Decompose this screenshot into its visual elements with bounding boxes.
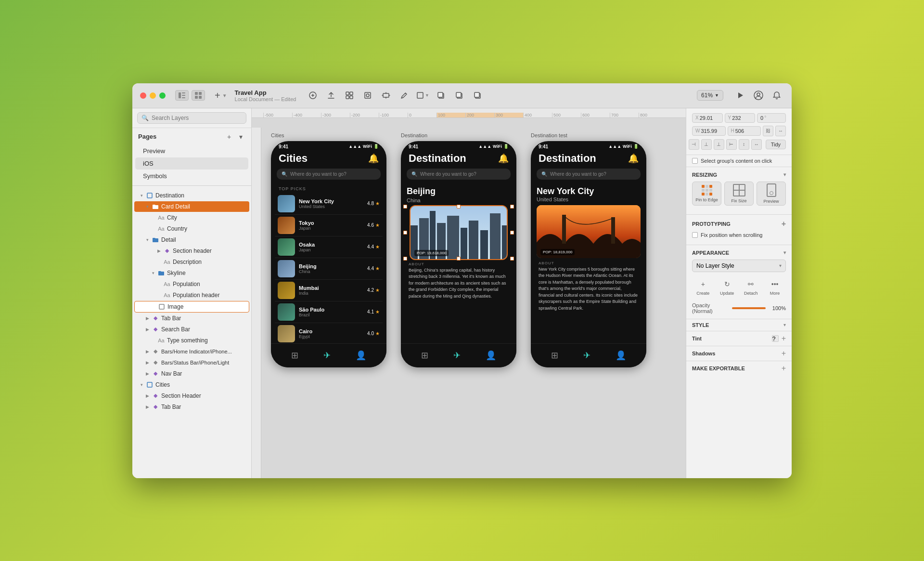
lock-proportions[interactable]: ⛓ [763,126,773,136]
layer-description[interactable]: Aa Description [134,257,249,267]
collapse-toggle-tbc[interactable]: ▶ [144,404,151,410]
layer-card-detail[interactable]: ▾ Card Detail [134,201,249,212]
layer-section-header[interactable]: ▶ ◆ Section header [134,246,249,256]
layer-population[interactable]: Aa Population [134,279,249,289]
tool-copy1[interactable] [434,89,448,102]
y-input[interactable]: Y 232 [725,113,756,123]
layer-bars-home[interactable]: ▶ ◆ Bars/Home Indicator/iPhone... [134,346,249,357]
layer-detail[interactable]: ▾ Detail [134,235,249,245]
page-item-preview[interactable]: Preview [135,145,248,157]
select-group-checkbox[interactable] [692,158,698,164]
collapse-toggle[interactable]: ▾ [138,192,145,199]
handle-bc[interactable] [457,257,461,261]
pages-dropdown[interactable]: ▾ [236,132,245,142]
list-item[interactable]: Osaka Japan 4.4★ [275,236,383,258]
collapse-toggle-sb[interactable]: ▶ [144,326,151,333]
handle-mr[interactable] [510,231,514,235]
pin-to-edge-option[interactable]: Pin to Edge [692,182,721,206]
search-bar-dest-test[interactable]: 🔍 Where do you want to go? [537,169,641,180]
tab-flight-icon-2[interactable]: ✈ [453,350,461,361]
list-item[interactable]: Cairo Egypt 4.0★ [275,323,383,345]
collapse-toggle-sky[interactable]: ▾ [150,270,156,276]
tint-add[interactable]: + [782,334,786,343]
list-item[interactable]: Mumbai India 4.2★ [275,280,383,301]
layer-country[interactable]: Aa Country [134,223,249,234]
tab-grid-icon-3[interactable]: ⊞ [551,350,558,361]
grid-toggle[interactable] [192,90,205,101]
layer-skyline[interactable]: ▾ Skyline [134,268,249,278]
fix-position-checkbox[interactable] [692,232,698,238]
tidy-icon-2[interactable]: ⊥ [701,139,712,150]
play-button[interactable] [733,89,747,102]
resizing-arrow[interactable]: ▾ [783,172,786,177]
style-detach-btn[interactable]: ⚯ Detach [740,276,762,299]
tidy-icon-4[interactable]: ⊢ [726,139,737,150]
prototyping-add[interactable]: + [782,220,786,228]
shadows-add[interactable]: + [782,349,786,358]
phone-frame-destination[interactable]: 9:41 ▲▲▲WiFi🔋 Destination 🔔 🔍 Where do [401,141,516,367]
notification-button[interactable] [770,89,784,102]
opacity-slider[interactable] [732,307,766,309]
add-button[interactable]: + ▼ [215,90,227,101]
layer-city[interactable]: Aa City [134,212,249,223]
tab-person-icon-2[interactable]: 👤 [486,350,496,361]
tab-person-icon-3[interactable]: 👤 [616,350,626,361]
layer-cities-group[interactable]: ▾ Cities [134,379,249,390]
tab-grid-icon-2[interactable]: ⊞ [421,350,428,361]
layer-tab-bar[interactable]: ▶ ◆ Tab Bar [134,313,249,324]
handle-tc[interactable] [457,205,461,209]
tab-person-icon[interactable]: 👤 [356,350,366,361]
layer-type-something[interactable]: Aa Type something [134,335,249,346]
x-input[interactable]: X 29.01 [692,113,723,123]
layer-search-box[interactable]: 🔍 [137,112,246,124]
handle-ml[interactable] [403,231,407,235]
tool-copy2[interactable] [452,89,466,102]
list-item[interactable]: Beijing China 4.4★ [275,258,383,280]
tool-frame[interactable] [360,89,375,102]
collapse-toggle-nb[interactable]: ▶ [144,370,151,377]
tidy-icon-5[interactable]: ↕ [739,139,749,150]
collapse-toggle-cg[interactable]: ▾ [138,381,145,388]
layer-bars-status[interactable]: ▶ ◆ Bars/Status Bar/iPhone/Light [134,357,249,368]
tidy-icon-3[interactable]: ⊥ [714,139,724,150]
export-add[interactable]: + [782,364,786,373]
search-input[interactable] [152,115,242,121]
layer-image[interactable]: Image [134,301,249,313]
handle-br[interactable] [510,257,514,261]
phone-frame-dest-test[interactable]: 9:41 ▲▲▲WiFi🔋 Destination 🔔 🔍 Where do [531,141,646,367]
style-update-btn[interactable]: ↻ Update [716,276,738,299]
tool-upload[interactable] [324,89,338,102]
collapse-toggle[interactable]: ▾ [144,203,151,210]
angle-input[interactable]: 0 ° [757,113,786,123]
flip-icon[interactable]: ↔ [775,126,786,136]
minimize-button[interactable] [150,92,156,99]
h-input[interactable]: H 506 [728,126,761,136]
dest-image-beijing[interactable]: POP: 19,618,000 [411,206,507,259]
layer-nav-bar[interactable]: ▶ ◆ Nav Bar [134,368,249,379]
collapse-toggle-bh[interactable]: ▶ [144,348,151,355]
tidy-icon-6[interactable]: ↔ [751,139,762,150]
image-selected-container[interactable]: POP: 19,618,000 [405,206,513,259]
layer-search-bar[interactable]: ▶ ◆ Search Bar [134,324,249,335]
close-button[interactable] [140,92,146,99]
tool-insert[interactable] [306,89,320,102]
tool-pen[interactable] [397,89,411,102]
layer-population-header[interactable]: Aa Population header [134,290,249,300]
tab-grid-icon[interactable]: ⊞ [291,350,298,361]
collapse-toggle-shc[interactable]: ▶ [144,392,151,399]
layer-style-dropdown[interactable]: No Layer Style ▾ [692,260,786,272]
page-item-symbols[interactable]: Symbols [135,170,248,182]
add-page-button[interactable]: + [224,132,234,142]
user-button[interactable] [751,89,766,102]
layer-section-header-cities[interactable]: ▶ ◆ Section Header [134,391,249,401]
tab-flight-icon-3[interactable]: ✈ [583,350,590,361]
handle-tr[interactable] [510,205,514,209]
handle-tl[interactable] [403,205,407,209]
style-create-btn[interactable]: + Create [692,276,714,299]
phone-frame-cities[interactable]: 9:41 ▲▲▲WiFi🔋 Cities 🔔 [271,141,386,367]
tool-view-dropdown[interactable]: ▼ [415,89,430,102]
preview-option[interactable]: Preview [757,182,786,206]
maximize-button[interactable] [159,92,166,99]
tool-resize[interactable] [379,89,393,102]
layer-tab-bar-cities[interactable]: ▶ ◆ Tab Bar [134,402,249,412]
